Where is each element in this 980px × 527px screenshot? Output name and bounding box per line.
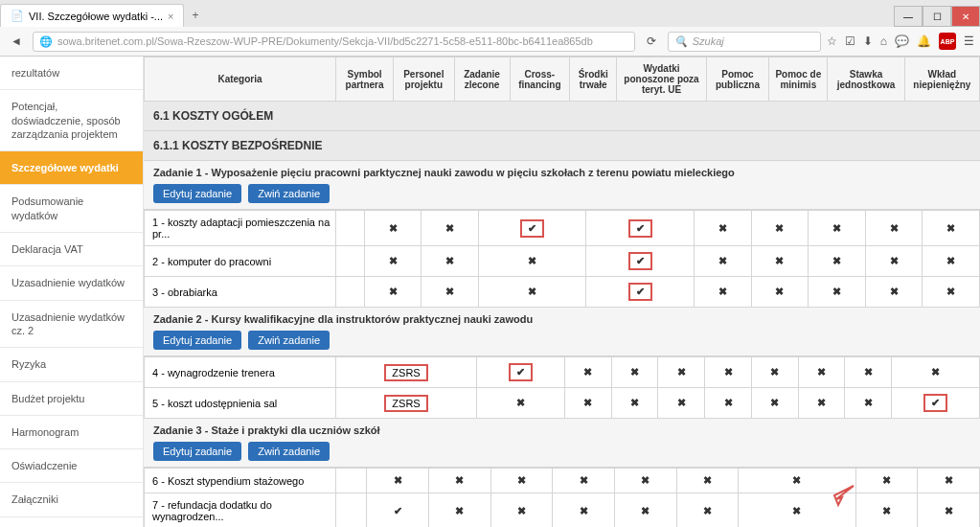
url-bar[interactable]: 🌐 sowa.britenet.com.pl/Sowa-Rzeszow-WUP-…	[33, 32, 635, 52]
task-2-title: Zadanie 2 - Kursy kwalifikacyjne dla ins…	[153, 313, 970, 325]
collapse-task-button[interactable]: Zwiń zadanie	[248, 184, 330, 203]
value-cell: ✖	[695, 246, 752, 277]
edit-task-button[interactable]: Edytuj zadanie	[153, 442, 241, 461]
symbol-cell: ZSRS	[336, 388, 477, 419]
table-row: 4 - wynagrodzenie treneraZSRS✔✖✖✖✖✖✖✖✖	[145, 357, 980, 388]
collapse-task-button[interactable]: Zwiń zadanie	[248, 331, 330, 350]
maximize-button[interactable]: ☐	[923, 6, 951, 27]
value-cell: ✖	[611, 388, 658, 419]
cross-icon: ✖	[630, 366, 639, 378]
sidebar-item[interactable]: Ryzyka	[0, 348, 143, 381]
sidebar-item[interactable]: Deklaracja VAT	[0, 233, 143, 266]
cross-icon: ✖	[394, 474, 402, 486]
value-cell: ✖	[809, 211, 866, 246]
category-cell[interactable]: 3 - obrabiarka	[145, 277, 336, 308]
value-cell: ✖	[798, 357, 845, 388]
symbol-cell: ZSRS	[336, 357, 477, 388]
chat-icon[interactable]: 💬	[895, 34, 909, 48]
shield-icon[interactable]: ☑	[845, 34, 855, 48]
value-cell: ✖	[695, 211, 752, 246]
value-cell: ✖	[918, 493, 980, 528]
value-cell: ✖	[923, 277, 980, 308]
sidebar-item[interactable]: Załączniki	[0, 483, 143, 516]
table-row: 7 - refundacja dodatku do wynagrodzen...…	[145, 493, 980, 528]
sidebar-item[interactable]: Szczegółowe wydatki	[0, 151, 143, 185]
category-cell[interactable]: 1 - koszty adaptacji pomieszczenia na pr…	[145, 211, 336, 246]
cross-icon: ✖	[580, 505, 588, 516]
globe-icon: 🌐	[39, 35, 53, 48]
sidebar-item[interactable]: Harmonogram	[0, 416, 143, 449]
star-icon[interactable]: ☆	[827, 34, 837, 48]
sidebar-item[interactable]: rezultatów	[0, 57, 143, 90]
new-tab-button[interactable]: +	[184, 4, 206, 27]
search-input[interactable]: 🔍 Szukaj	[668, 32, 821, 52]
window-close-button[interactable]: ✕	[951, 6, 980, 27]
header-zlecone: Zadanie zlecone	[454, 57, 510, 102]
sidebar-item[interactable]: Potencjał, doświadczenie, sposób zarządz…	[0, 90, 143, 151]
bell-icon[interactable]: 🔔	[917, 34, 931, 48]
cross-icon: ✖	[677, 397, 686, 408]
value-cell: ✖	[490, 493, 553, 528]
header-kategoria: Kategoria	[145, 57, 336, 102]
task-3-header: Zadanie 3 - Staże i praktyki dla uczniów…	[144, 419, 980, 468]
cross-icon: ✖	[455, 474, 464, 486]
cross-icon: ✖	[832, 286, 841, 297]
home-icon[interactable]: ⌂	[880, 34, 887, 48]
reload-button[interactable]: ⟳	[641, 31, 662, 52]
value-cell: ✖	[865, 211, 923, 246]
value-cell: ✖	[364, 246, 422, 277]
task-1-header: Zadanie 1 - Wyposażenie pięciu pracowni …	[144, 161, 980, 210]
menu-icon[interactable]: ☰	[964, 34, 974, 48]
cross-icon: ✖	[389, 286, 398, 297]
edit-task-button[interactable]: Edytuj zadanie	[153, 331, 241, 350]
value-cell: ✖	[611, 357, 658, 388]
cross-icon: ✖	[677, 366, 686, 378]
category-cell[interactable]: 2 - komputer do pracowni	[145, 246, 336, 277]
value-cell: ✖	[751, 357, 798, 388]
download-icon[interactable]: ⬇	[863, 34, 873, 48]
sidebar-item[interactable]: Uzasadnienie wydatków	[0, 266, 143, 300]
back-button[interactable]: ◄	[6, 31, 27, 52]
sidebar-item[interactable]: Uzasadnienie wydatków cz. 2	[0, 301, 143, 349]
value-cell: ✖	[845, 388, 892, 419]
value-cell: ✖	[809, 246, 866, 277]
cross-icon: ✖	[528, 255, 536, 266]
close-icon[interactable]: ×	[168, 11, 173, 22]
browser-tab[interactable]: 📄 VII. Szczegółowe wydatki -... ×	[0, 4, 184, 27]
edit-task-button[interactable]: Edytuj zadanie	[153, 184, 241, 203]
value-cell: ✖	[751, 211, 809, 246]
cross-icon: ✖	[718, 222, 727, 234]
minimize-button[interactable]: —	[894, 6, 923, 27]
category-cell[interactable]: 5 - koszt udostępnienia sal	[145, 388, 336, 419]
value-cell: ✖	[565, 388, 612, 419]
value-cell: ✖	[615, 493, 677, 528]
cross-icon: ✖	[703, 474, 712, 486]
value-cell: ✖	[705, 357, 752, 388]
value-cell: ✖	[367, 469, 429, 493]
symbol-cell	[336, 469, 367, 493]
cross-icon: ✖	[455, 505, 464, 516]
symbol-cell	[336, 277, 365, 308]
cross-icon: ✖	[817, 366, 826, 378]
collapse-task-button[interactable]: Zwiń zadanie	[248, 442, 330, 461]
category-cell[interactable]: 7 - refundacja dodatku do wynagrodzen...	[145, 493, 336, 528]
category-cell[interactable]: 6 - Koszt stypendium stażowego	[145, 469, 336, 493]
category-cell[interactable]: 4 - wynagrodzenie trenera	[145, 357, 336, 388]
abp-icon[interactable]: ABP	[939, 33, 956, 50]
table-row: 1 - koszty adaptacji pomieszczenia na pr…	[145, 211, 980, 246]
cross-icon: ✖	[445, 255, 454, 266]
value-cell: ✖	[923, 211, 980, 246]
header-personel: Personel projektu	[394, 57, 454, 102]
sidebar-item[interactable]: Oświadczenie	[0, 449, 143, 483]
cross-icon: ✖	[882, 505, 891, 516]
check-icon: ✔	[636, 222, 645, 234]
value-cell: ✖	[845, 357, 892, 388]
cross-icon: ✖	[517, 505, 526, 516]
main-content: Kategoria Symbol partnera Personel proje…	[144, 57, 980, 527]
header-poza-ue: Wydatki ponoszone poza teryt. UE	[617, 57, 706, 102]
sidebar-item[interactable]: Budżet projektu	[0, 382, 143, 416]
sidebar-item[interactable]: Podsumowanie wydatków	[0, 185, 143, 233]
symbol-cell	[336, 493, 367, 528]
check-icon: ✔	[528, 222, 536, 234]
value-cell: ✖	[695, 277, 752, 308]
